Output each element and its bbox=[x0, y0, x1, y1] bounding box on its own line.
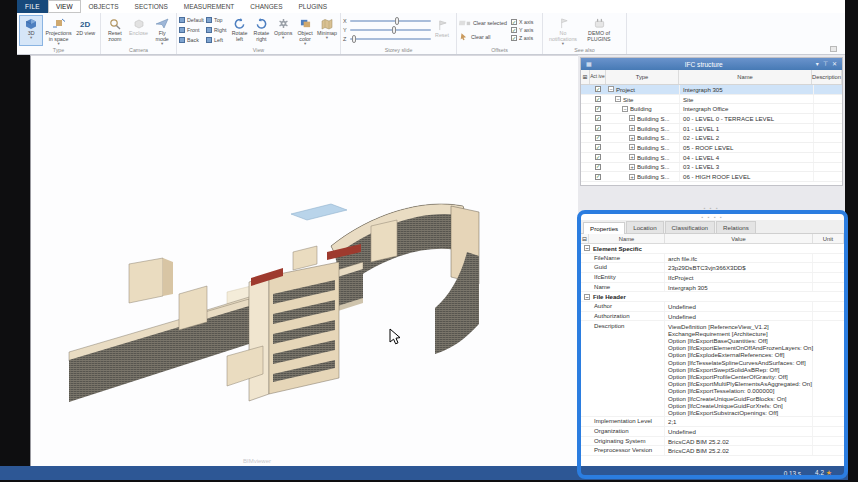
demo-plugins-button[interactable]: DEMO of PLUGINS bbox=[581, 15, 617, 46]
clear-selected-button[interactable]: Clear selected bbox=[459, 19, 509, 28]
panel-menu-icon[interactable]: ▦ bbox=[584, 59, 594, 69]
checkbox-icon[interactable]: ✓ bbox=[595, 154, 601, 160]
tree-row[interactable]: ✓+Building S...01 - LEVEL 1 bbox=[581, 124, 842, 134]
tree-row[interactable]: ✓+Building S...02 - LEVEL 2 bbox=[581, 133, 842, 143]
svg-text:2D: 2D bbox=[80, 20, 90, 29]
plus-expander-icon[interactable]: + bbox=[629, 164, 635, 170]
face-button-left[interactable]: Left bbox=[206, 35, 229, 45]
chevron-down-icon[interactable]: ▾ bbox=[814, 59, 821, 69]
checkbox-icon[interactable]: ✓ bbox=[595, 125, 601, 131]
column-header-type[interactable]: Type bbox=[606, 70, 679, 84]
slider-axis-label: Y bbox=[343, 27, 347, 33]
minus-expander-icon[interactable]: − bbox=[615, 96, 621, 102]
dock-toggle-icon[interactable] bbox=[830, 46, 837, 52]
tree-row[interactable]: ✓+Building S...06 - HIGH ROOF LEVEL bbox=[581, 172, 842, 182]
rotate-left-icon bbox=[232, 17, 248, 30]
active-cell: ✓ bbox=[590, 106, 606, 112]
minus-expander-icon[interactable]: − bbox=[622, 106, 628, 112]
minus-expander-icon[interactable]: − bbox=[608, 86, 614, 92]
plus-expander-icon[interactable]: + bbox=[629, 135, 635, 141]
face-button-top[interactable]: Top bbox=[206, 15, 229, 25]
tree-row[interactable]: ✓+Building S...00 - LEVEL 0 - TERRACE LE… bbox=[581, 114, 842, 124]
rotate-left-button[interactable]: Rotate left bbox=[229, 15, 251, 46]
column-header-active[interactable]: Act ive bbox=[590, 70, 606, 84]
enclose-button[interactable]: Enclose bbox=[127, 15, 151, 46]
clear-all-button[interactable]: Clear all bbox=[459, 32, 509, 42]
tree-row[interactable]: ✓+Building S...05 - ROOF LEVEL bbox=[581, 143, 842, 153]
ribbon-tab-view[interactable]: VIEW bbox=[48, 0, 81, 13]
options-button[interactable]: Options ▾ bbox=[272, 15, 294, 46]
checkbox-x-axis[interactable]: ✓X axis bbox=[511, 19, 533, 25]
slider-thumb[interactable] bbox=[395, 17, 399, 25]
object-color-button[interactable]: Object color ▾ bbox=[294, 15, 316, 46]
slider-thumb[interactable] bbox=[352, 35, 356, 43]
slider-axis-label: X bbox=[343, 18, 347, 24]
3d-button[interactable]: 3D ▾ bbox=[19, 15, 43, 46]
ribbon-tab-strip: FILEVIEWOBJECTSSECTIONSMEASUREMENTCHANGE… bbox=[17, 0, 845, 13]
ribbon-tab-plugins[interactable]: PLUGINS bbox=[291, 0, 336, 13]
minimap-button[interactable]: Minimap ▾ bbox=[316, 15, 338, 46]
notifications-button[interactable]: No notifications ▾ bbox=[545, 15, 581, 46]
checkbox-icon[interactable]: ✓ bbox=[595, 164, 601, 170]
storey-reset-button[interactable]: Reset bbox=[431, 17, 453, 45]
tree-row[interactable]: ✓+Building S...03 - LEVEL 3 bbox=[581, 163, 842, 173]
plus-expander-icon[interactable]: + bbox=[629, 174, 635, 180]
face-button-back[interactable]: Back bbox=[179, 35, 206, 45]
gear-icon bbox=[275, 17, 291, 30]
checkbox-z-axis[interactable]: ✓Z axis bbox=[511, 35, 533, 41]
close-icon[interactable]: ✕ bbox=[830, 59, 839, 69]
storey-slider-y[interactable] bbox=[350, 29, 431, 31]
ribbon-tab-objects[interactable]: OBJECTS bbox=[81, 0, 127, 13]
checkbox-y-axis[interactable]: ✓Y axis bbox=[511, 27, 533, 33]
viewport-3d[interactable]: BIMviewer bbox=[30, 55, 578, 466]
checkbox-icon: ✓ bbox=[511, 35, 517, 41]
checkbox-icon[interactable]: ✓ bbox=[595, 96, 601, 102]
ribbon-tab-measurement[interactable]: MEASUREMENT bbox=[176, 0, 243, 13]
checkbox-icon[interactable]: ✓ bbox=[595, 86, 601, 92]
tree-row[interactable]: ✓−SiteSite bbox=[581, 95, 842, 105]
checkbox-icon[interactable]: ✓ bbox=[595, 135, 601, 141]
expand-all-icon[interactable]: ⊞ bbox=[581, 70, 590, 84]
tree-row[interactable]: ✓+Building S...04 - LEVEL 4 bbox=[581, 153, 842, 163]
type-cell: +Building S... bbox=[606, 143, 680, 152]
ifc-structure-panel: ▦ IFC structure ▾ ⊤ ✕ ⊞ Act ive Type Nam… bbox=[580, 57, 843, 186]
face-button-front[interactable]: Front bbox=[179, 25, 206, 35]
enclose-label: Enclose bbox=[129, 30, 148, 36]
storey-slider-x[interactable] bbox=[350, 20, 431, 22]
checkbox-icon[interactable]: ✓ bbox=[595, 174, 601, 180]
face-button-label: Back bbox=[187, 37, 199, 43]
ribbon-tab-changes[interactable]: CHANGES bbox=[242, 0, 290, 13]
tree-row[interactable]: ✓−ProjectIntergraph 305 bbox=[581, 85, 842, 95]
slider-thumb[interactable] bbox=[392, 26, 396, 34]
ribbon-tab-file[interactable]: FILE bbox=[17, 0, 48, 13]
reset-zoom-button[interactable]: Reset zoom bbox=[103, 15, 127, 46]
checkbox-icon[interactable]: ✓ bbox=[595, 106, 601, 112]
plus-expander-icon[interactable]: + bbox=[629, 154, 635, 160]
type-cell: −Site bbox=[606, 95, 680, 104]
face-button-default[interactable]: Default bbox=[179, 15, 206, 25]
projections-in-space-button[interactable]: Projections in space ▾ bbox=[43, 15, 73, 46]
ifc-panel-titlebar[interactable]: ▦ IFC structure ▾ ⊤ ✕ bbox=[581, 58, 842, 70]
checkbox-icon[interactable]: ✓ bbox=[595, 144, 601, 150]
reset-zoom-label: Reset zoom bbox=[104, 30, 126, 42]
ribbon-tab-sections[interactable]: SECTIONS bbox=[127, 0, 176, 13]
building-model[interactable] bbox=[31, 56, 579, 467]
fly-mode-button[interactable]: Fly mode ▾ bbox=[150, 15, 174, 46]
name-cell: Site bbox=[680, 95, 814, 104]
plus-expander-icon[interactable]: + bbox=[629, 144, 635, 150]
ifc-tree-header: ⊞ Act ive Type Name Description bbox=[581, 70, 842, 85]
2d-view-button[interactable]: 2D 2D view bbox=[74, 15, 98, 46]
plus-expander-icon[interactable]: + bbox=[629, 125, 635, 131]
slider-axis-label: Z bbox=[343, 36, 347, 42]
rotate-right-button[interactable]: Rotate right bbox=[250, 15, 272, 46]
ribbon-group-storey-slide: XYZ Reset Storey slide bbox=[341, 13, 457, 54]
tree-row[interactable]: ✓−BuildingIntergraph Office bbox=[581, 104, 842, 114]
column-header-name[interactable]: Name bbox=[679, 70, 812, 84]
ribbon-group-view: DefaultFrontBackTopRightLeft Rotate left… bbox=[177, 13, 341, 54]
column-header-description[interactable]: Description bbox=[812, 70, 842, 84]
plus-expander-icon[interactable]: + bbox=[629, 115, 635, 121]
checkbox-icon[interactable]: ✓ bbox=[595, 115, 601, 121]
face-button-right[interactable]: Right bbox=[206, 25, 229, 35]
pin-icon[interactable]: ⊤ bbox=[821, 59, 830, 69]
storey-slider-z[interactable] bbox=[350, 38, 431, 40]
